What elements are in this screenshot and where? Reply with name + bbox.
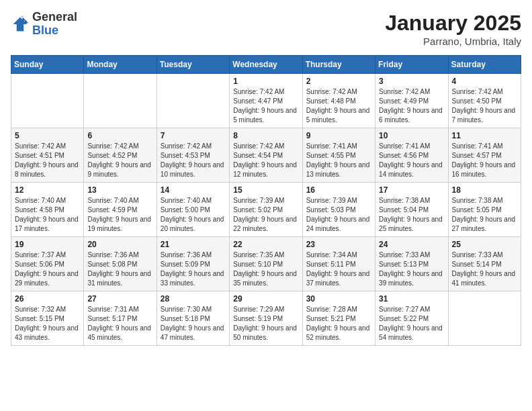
- day-info: Sunrise: 7:42 AMSunset: 4:52 PMDaylight:…: [87, 142, 152, 179]
- day-info: Sunrise: 7:29 AMSunset: 5:19 PMDaylight:…: [233, 305, 298, 342]
- calendar-cell: 20Sunrise: 7:36 AMSunset: 5:08 PMDayligh…: [84, 237, 157, 291]
- calendar-title: January 2025: [385, 11, 521, 36]
- calendar-cell: 16Sunrise: 7:39 AMSunset: 5:03 PMDayligh…: [302, 183, 375, 237]
- page-header: General Blue January 2025 Parrano, Umbri…: [11, 11, 521, 47]
- day-info: Sunrise: 7:41 AMSunset: 4:57 PMDaylight:…: [452, 142, 517, 179]
- calendar-cell: 24Sunrise: 7:33 AMSunset: 5:13 PMDayligh…: [375, 237, 448, 291]
- calendar-cell: 27Sunrise: 7:31 AMSunset: 5:17 PMDayligh…: [84, 291, 157, 346]
- calendar-week-4: 19Sunrise: 7:37 AMSunset: 5:06 PMDayligh…: [11, 237, 521, 291]
- day-number: 20: [87, 240, 152, 249]
- day-number: 27: [87, 294, 152, 304]
- day-number: 21: [161, 240, 226, 249]
- day-number: 7: [161, 131, 226, 140]
- day-number: 18: [452, 185, 517, 195]
- day-number: 5: [15, 131, 80, 140]
- calendar-cell: 6Sunrise: 7:42 AMSunset: 4:52 PMDaylight…: [84, 128, 157, 183]
- day-number: 30: [306, 294, 371, 304]
- logo-general: General: [32, 11, 77, 24]
- day-number: 3: [379, 77, 444, 86]
- logo: General Blue: [11, 11, 77, 38]
- day-number: 31: [379, 294, 444, 304]
- day-number: 24: [379, 240, 444, 249]
- weekday-header-tuesday: Tuesday: [157, 56, 229, 74]
- calendar-cell: 4Sunrise: 7:42 AMSunset: 4:50 PMDaylight…: [448, 74, 521, 128]
- calendar-cell: 7Sunrise: 7:42 AMSunset: 4:53 PMDaylight…: [157, 128, 229, 183]
- day-info: Sunrise: 7:42 AMSunset: 4:47 PMDaylight:…: [233, 87, 298, 125]
- calendar-cell: 18Sunrise: 7:38 AMSunset: 5:05 PMDayligh…: [448, 183, 521, 237]
- weekday-header-friday: Friday: [375, 56, 448, 74]
- calendar-week-2: 5Sunrise: 7:42 AMSunset: 4:51 PMDaylight…: [11, 128, 521, 183]
- day-info: Sunrise: 7:39 AMSunset: 5:02 PMDaylight:…: [233, 196, 298, 234]
- calendar-cell: 15Sunrise: 7:39 AMSunset: 5:02 PMDayligh…: [230, 183, 302, 237]
- calendar-cell: 22Sunrise: 7:35 AMSunset: 5:10 PMDayligh…: [230, 237, 302, 291]
- calendar-cell: [157, 74, 229, 128]
- day-info: Sunrise: 7:40 AMSunset: 5:00 PMDaylight:…: [161, 196, 226, 234]
- title-block: January 2025 Parrano, Umbria, Italy: [385, 11, 521, 47]
- weekday-header-thursday: Thursday: [302, 56, 375, 74]
- day-number: 10: [379, 131, 444, 140]
- day-number: 1: [233, 77, 298, 86]
- day-number: 13: [87, 185, 152, 195]
- calendar-week-1: 1Sunrise: 7:42 AMSunset: 4:47 PMDaylight…: [11, 74, 521, 128]
- calendar-cell: 19Sunrise: 7:37 AMSunset: 5:06 PMDayligh…: [11, 237, 84, 291]
- day-number: 14: [161, 185, 226, 195]
- day-number: 12: [15, 185, 80, 195]
- calendar-cell: [448, 291, 521, 346]
- calendar-cell: 2Sunrise: 7:42 AMSunset: 4:48 PMDaylight…: [302, 74, 375, 128]
- logo-icon: [11, 15, 30, 34]
- calendar-cell: 28Sunrise: 7:30 AMSunset: 5:18 PMDayligh…: [157, 291, 229, 346]
- day-info: Sunrise: 7:28 AMSunset: 5:21 PMDaylight:…: [306, 305, 371, 342]
- logo-blue: Blue: [32, 24, 77, 38]
- weekday-header-row: SundayMondayTuesdayWednesdayThursdayFrid…: [11, 56, 521, 74]
- day-number: 25: [452, 240, 517, 249]
- calendar-week-5: 26Sunrise: 7:32 AMSunset: 5:15 PMDayligh…: [11, 291, 521, 346]
- calendar-table: SundayMondayTuesdayWednesdayThursdayFrid…: [11, 55, 521, 346]
- day-info: Sunrise: 7:31 AMSunset: 5:17 PMDaylight:…: [87, 305, 152, 342]
- calendar-cell: [11, 74, 84, 128]
- day-info: Sunrise: 7:41 AMSunset: 4:56 PMDaylight:…: [379, 142, 444, 179]
- calendar-cell: 10Sunrise: 7:41 AMSunset: 4:56 PMDayligh…: [375, 128, 448, 183]
- day-number: 16: [306, 185, 371, 195]
- day-info: Sunrise: 7:38 AMSunset: 5:04 PMDaylight:…: [379, 196, 444, 234]
- calendar-cell: 29Sunrise: 7:29 AMSunset: 5:19 PMDayligh…: [230, 291, 302, 346]
- day-number: 8: [233, 131, 298, 140]
- calendar-cell: 5Sunrise: 7:42 AMSunset: 4:51 PMDaylight…: [11, 128, 84, 183]
- day-info: Sunrise: 7:36 AMSunset: 5:09 PMDaylight:…: [161, 250, 226, 288]
- calendar-cell: 12Sunrise: 7:40 AMSunset: 4:58 PMDayligh…: [11, 183, 84, 237]
- day-info: Sunrise: 7:33 AMSunset: 5:13 PMDaylight:…: [379, 250, 444, 288]
- calendar-cell: 11Sunrise: 7:41 AMSunset: 4:57 PMDayligh…: [448, 128, 521, 183]
- day-info: Sunrise: 7:27 AMSunset: 5:22 PMDaylight:…: [379, 305, 444, 342]
- calendar-cell: 14Sunrise: 7:40 AMSunset: 5:00 PMDayligh…: [157, 183, 229, 237]
- day-info: Sunrise: 7:32 AMSunset: 5:15 PMDaylight:…: [15, 305, 80, 342]
- day-info: Sunrise: 7:38 AMSunset: 5:05 PMDaylight:…: [452, 196, 517, 234]
- calendar-cell: 31Sunrise: 7:27 AMSunset: 5:22 PMDayligh…: [375, 291, 448, 346]
- day-number: 2: [306, 77, 371, 86]
- calendar-cell: 13Sunrise: 7:40 AMSunset: 4:59 PMDayligh…: [84, 183, 157, 237]
- weekday-header-wednesday: Wednesday: [230, 56, 302, 74]
- logo-text: General Blue: [32, 11, 77, 38]
- day-info: Sunrise: 7:41 AMSunset: 4:55 PMDaylight:…: [306, 142, 371, 179]
- day-number: 11: [452, 131, 517, 140]
- day-number: 9: [306, 131, 371, 140]
- calendar-cell: 17Sunrise: 7:38 AMSunset: 5:04 PMDayligh…: [375, 183, 448, 237]
- calendar-cell: 30Sunrise: 7:28 AMSunset: 5:21 PMDayligh…: [302, 291, 375, 346]
- day-info: Sunrise: 7:42 AMSunset: 4:51 PMDaylight:…: [15, 142, 80, 179]
- day-info: Sunrise: 7:42 AMSunset: 4:48 PMDaylight:…: [306, 87, 371, 125]
- day-number: 22: [233, 240, 298, 249]
- day-number: 29: [233, 294, 298, 304]
- day-info: Sunrise: 7:34 AMSunset: 5:11 PMDaylight:…: [306, 250, 371, 288]
- day-number: 15: [233, 185, 298, 195]
- weekday-header-monday: Monday: [84, 56, 157, 74]
- day-info: Sunrise: 7:42 AMSunset: 4:54 PMDaylight:…: [233, 142, 298, 179]
- calendar-cell: 21Sunrise: 7:36 AMSunset: 5:09 PMDayligh…: [157, 237, 229, 291]
- day-info: Sunrise: 7:40 AMSunset: 4:59 PMDaylight:…: [87, 196, 152, 234]
- day-info: Sunrise: 7:36 AMSunset: 5:08 PMDaylight:…: [87, 250, 152, 288]
- day-number: 26: [15, 294, 80, 304]
- calendar-cell: 3Sunrise: 7:42 AMSunset: 4:49 PMDaylight…: [375, 74, 448, 128]
- calendar-cell: 1Sunrise: 7:42 AMSunset: 4:47 PMDaylight…: [230, 74, 302, 128]
- day-number: 4: [452, 77, 517, 86]
- day-info: Sunrise: 7:33 AMSunset: 5:14 PMDaylight:…: [452, 250, 517, 288]
- day-info: Sunrise: 7:35 AMSunset: 5:10 PMDaylight:…: [233, 250, 298, 288]
- day-info: Sunrise: 7:42 AMSunset: 4:49 PMDaylight:…: [379, 87, 444, 125]
- day-info: Sunrise: 7:30 AMSunset: 5:18 PMDaylight:…: [161, 305, 226, 342]
